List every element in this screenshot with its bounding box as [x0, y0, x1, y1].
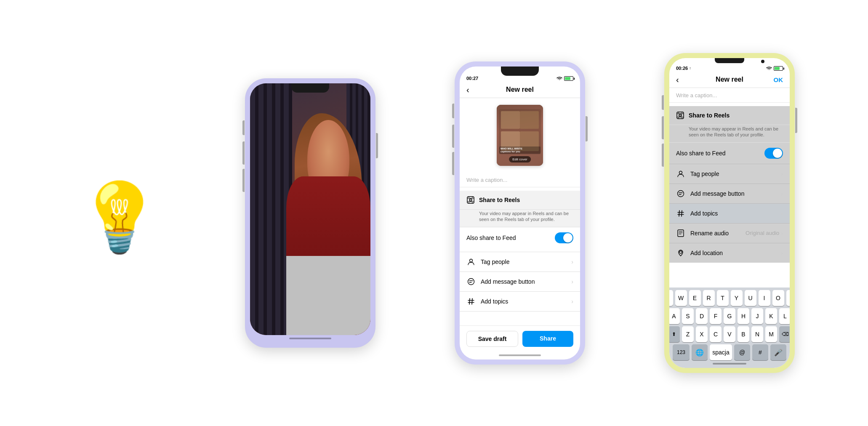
- thumbnail-overlay-text: WHO WILL WRITEcaptions for you: [499, 146, 541, 154]
- key-A[interactable]: A: [669, 308, 680, 324]
- phone3-tag-people-row[interactable]: Tag people ›: [669, 164, 790, 184]
- phone3-share-to-reels-title: Share to Reels: [689, 112, 730, 119]
- also-share-to-feed-row[interactable]: Also share to Feed: [460, 227, 580, 248]
- save-draft-button[interactable]: Save draft: [466, 331, 518, 347]
- key-L[interactable]: L: [779, 308, 790, 324]
- svg-rect-30: [678, 230, 684, 237]
- phone3-rename-audio-row[interactable]: Rename audio Original audio ›: [669, 223, 790, 243]
- phone3-battery-icon: [774, 66, 783, 71]
- phone2-scroll-content[interactable]: WHO WILL WRITEcaptions for you Edit cove…: [460, 98, 580, 325]
- add-message-button-row[interactable]: Add message button ›: [460, 272, 580, 291]
- phone3-caption-placeholder: Write a caption...: [676, 92, 717, 99]
- edit-cover-button[interactable]: Edit cover: [509, 156, 531, 162]
- phone3-location-icon: [676, 248, 685, 258]
- phone3-volume-up-button: [662, 116, 664, 139]
- phone3-add-message-row[interactable]: Add message button ›: [669, 184, 790, 203]
- key-S[interactable]: S: [682, 308, 694, 324]
- nav-title: New reel: [506, 86, 534, 93]
- key-H[interactable]: H: [738, 308, 749, 324]
- key-mic[interactable]: 🎤: [770, 344, 786, 360]
- key-B[interactable]: B: [738, 326, 749, 342]
- key-X[interactable]: X: [696, 326, 708, 342]
- key-123[interactable]: 123: [673, 344, 690, 360]
- key-at[interactable]: @: [734, 344, 750, 360]
- key-C[interactable]: C: [710, 326, 722, 342]
- key-N[interactable]: N: [751, 326, 763, 342]
- svg-line-27: [682, 210, 682, 216]
- phone3-home-indicator: [713, 363, 746, 365]
- share-to-reels-title: Share to Reels: [479, 197, 520, 203]
- phone2-volume-up-button: [452, 125, 454, 148]
- delete-key[interactable]: ⌫: [779, 326, 790, 342]
- key-V[interactable]: V: [724, 326, 735, 342]
- phone3-silent-button: [662, 95, 664, 110]
- back-button[interactable]: ‹: [466, 85, 469, 95]
- phone2-frame: 00:27 ‹ New reel: [455, 61, 585, 365]
- phone3-hash-icon: [676, 209, 685, 218]
- key-R[interactable]: R: [703, 290, 715, 306]
- key-F[interactable]: F: [710, 308, 722, 324]
- key-W[interactable]: W: [675, 290, 687, 306]
- key-emoji[interactable]: 🌐: [692, 344, 708, 360]
- phone2-nav-bar: ‹ New reel: [460, 83, 580, 98]
- bottom-actions: Save draft Share: [460, 325, 580, 352]
- also-share-to-feed-label: Also share to Feed: [466, 234, 555, 241]
- phone2-status-icons: [556, 76, 573, 81]
- phone2-time: 00:27: [466, 76, 478, 81]
- phone3-time: 00:26: [676, 66, 688, 71]
- key-T[interactable]: T: [717, 290, 729, 306]
- key-K[interactable]: K: [765, 308, 777, 324]
- phone2-notch: [501, 67, 539, 76]
- share-button[interactable]: Share: [522, 331, 573, 347]
- key-Y[interactable]: Y: [731, 290, 743, 306]
- keyboard-row-4: 123 🌐 spacja @ # 🎤: [671, 344, 788, 360]
- shift-key[interactable]: ⬆: [669, 326, 680, 342]
- phone3-back-button[interactable]: ‹: [676, 75, 679, 85]
- phone3-caption-area[interactable]: Write a caption...: [669, 88, 790, 103]
- key-E[interactable]: E: [689, 290, 701, 306]
- key-hash[interactable]: #: [752, 344, 768, 360]
- share-to-reels-subtitle: Your video may appear in Reels and can b…: [460, 210, 580, 227]
- toggle-thumb: [563, 233, 572, 242]
- phone3-rename-audio-label: Rename audio: [690, 230, 746, 237]
- also-share-toggle[interactable]: [555, 232, 573, 243]
- add-topics-row[interactable]: Add topics ›: [460, 291, 580, 312]
- key-Q[interactable]: Q: [669, 290, 673, 306]
- key-space[interactable]: spacja: [710, 344, 732, 360]
- key-J[interactable]: J: [751, 308, 763, 324]
- key-U[interactable]: U: [745, 290, 756, 306]
- battery-icon: [564, 76, 573, 81]
- phone3-add-location-label: Add location: [690, 250, 781, 256]
- phone3-time-area: 00:26 ↑: [676, 66, 691, 71]
- key-Z[interactable]: Z: [682, 326, 694, 342]
- phone2-screen: 00:27 ‹ New reel: [460, 67, 580, 359]
- key-M[interactable]: M: [765, 326, 777, 342]
- key-I[interactable]: I: [759, 290, 770, 306]
- hash-icon: [466, 297, 476, 306]
- phone3-frame: 00:26 ↑: [664, 53, 795, 373]
- phone3-nav-bar: ‹ New reel OK: [669, 72, 790, 88]
- ok-button[interactable]: OK: [774, 76, 783, 83]
- phone3-wifi-icon: [766, 66, 772, 71]
- phone3-also-share-label: Also share to Feed: [676, 150, 764, 157]
- keyboard-row-3: ⬆ Z X C V B N M ⌫: [671, 326, 788, 342]
- phone2-power-button: [586, 116, 588, 141]
- caption-input-area[interactable]: Write a caption...: [460, 173, 580, 187]
- volume-up-button: [242, 141, 245, 165]
- phone3-also-share-toggle[interactable]: [764, 148, 783, 159]
- thumbnail-area: WHO WILL WRITEcaptions for you Edit cove…: [460, 98, 580, 173]
- phone3-add-topics-chevron: ›: [781, 210, 783, 217]
- phone3-add-topics-row[interactable]: Add topics ›: [669, 203, 790, 223]
- key-O[interactable]: O: [772, 290, 784, 306]
- phone3-add-location-row[interactable]: Add location ›: [669, 243, 790, 263]
- phone3-also-share-to-feed-row[interactable]: Also share to Feed: [669, 142, 790, 164]
- key-P[interactable]: P: [786, 290, 790, 306]
- video-thumbnail[interactable]: WHO WILL WRITEcaptions for you Edit cove…: [497, 105, 543, 166]
- phone3-nav-title: New reel: [716, 76, 743, 83]
- phone3-tag-people-icon: [676, 169, 685, 178]
- tag-people-row[interactable]: Tag people ›: [460, 252, 580, 272]
- phone3-reels-icon: [676, 111, 684, 120]
- phone2-home-indicator: [499, 354, 541, 356]
- key-D[interactable]: D: [696, 308, 708, 324]
- key-G[interactable]: G: [724, 308, 735, 324]
